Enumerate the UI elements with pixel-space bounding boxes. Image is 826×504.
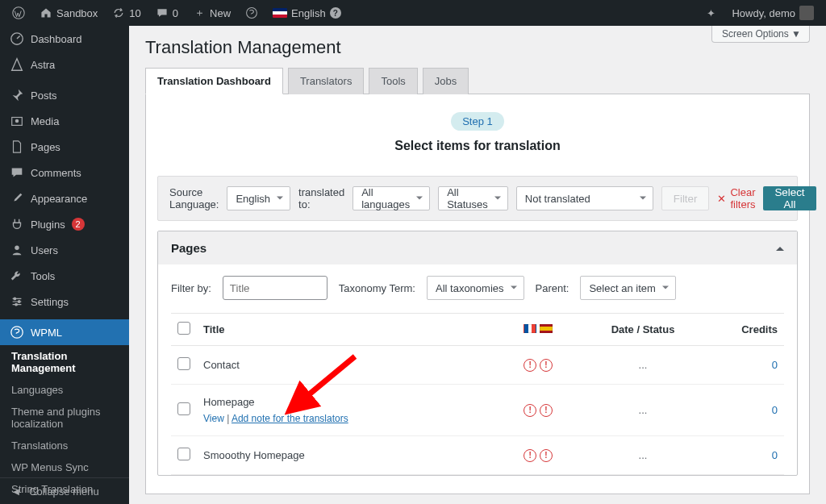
- new-content[interactable]: ＋New: [187, 0, 236, 26]
- sidebar-item-wpml[interactable]: WPML: [0, 319, 129, 345]
- select-all-checkbox[interactable]: [177, 322, 190, 335]
- dashboard-icon: [10, 31, 24, 46]
- parent-label: Parent:: [536, 282, 569, 294]
- source-lang-label: Source Language:: [169, 186, 219, 210]
- sidebar-item-pages[interactable]: Pages: [0, 134, 129, 160]
- sidebar-sub-wp-menus-sync[interactable]: WP Menus Sync: [0, 456, 129, 478]
- flag-uk-icon: [273, 8, 287, 18]
- plus-icon: ＋: [193, 6, 206, 19]
- sidebar-item-posts[interactable]: Posts: [0, 82, 129, 108]
- pages-section: Pages Filter by: Taxonomy Term: All taxo…: [157, 231, 798, 476]
- svg-point-0: [13, 7, 24, 19]
- title-filter-input[interactable]: [223, 276, 327, 300]
- svg-point-9: [11, 327, 23, 338]
- credits-link[interactable]: 0: [772, 359, 778, 371]
- update-badge: 2: [72, 218, 85, 231]
- x-icon: ✕: [717, 193, 726, 205]
- chevron-up-icon[interactable]: [776, 241, 784, 255]
- col-title[interactable]: Title: [197, 314, 502, 346]
- row-checkbox[interactable]: [177, 357, 190, 370]
- comments-count[interactable]: 0: [150, 0, 184, 26]
- comment-icon: [10, 165, 24, 180]
- step-badge: Step 1: [451, 112, 504, 131]
- section-title: Pages: [171, 241, 206, 255]
- filter-button[interactable]: Filter: [661, 186, 710, 210]
- translated-filter-select[interactable]: Not translated: [516, 186, 653, 210]
- page-icon: [10, 140, 24, 154]
- needs-update-icon[interactable]: !: [524, 449, 536, 462]
- content-area: Screen Options ▼ Translation Management …: [129, 26, 826, 504]
- flag-es-icon: [540, 324, 553, 333]
- view-link[interactable]: View: [203, 413, 224, 424]
- language-switcher[interactable]: English?: [267, 0, 347, 26]
- global-filter-bar: Source Language: English translated to: …: [157, 176, 798, 221]
- translated-to-label: translated to:: [298, 186, 344, 210]
- translated-to-select[interactable]: All languages: [353, 186, 430, 210]
- sidebar-item-dashboard[interactable]: Dashboard: [0, 26, 129, 52]
- table-row: Contact! !...0: [171, 346, 784, 385]
- site-name: Sandbox: [56, 7, 98, 19]
- taxonomy-select[interactable]: All taxonomies: [427, 276, 524, 300]
- tab-jobs[interactable]: Jobs: [423, 68, 469, 94]
- clear-filters[interactable]: ✕Clear filters: [717, 186, 755, 210]
- sidebar-item-comments[interactable]: Comments: [0, 160, 129, 185]
- col-date: Date / Status: [574, 314, 711, 346]
- wp-logo[interactable]: [6, 0, 31, 26]
- screen-options-toggle[interactable]: Screen Options ▼: [711, 26, 810, 43]
- col-languages: [502, 314, 574, 346]
- admin-sidebar: DashboardAstraPostsMediaPagesCommentsApp…: [0, 26, 129, 504]
- collapse-icon: ◄: [10, 485, 23, 498]
- wordpress-icon: [12, 6, 25, 19]
- row-checkbox[interactable]: [177, 402, 190, 415]
- needs-update-icon[interactable]: !: [540, 404, 553, 417]
- tab-tools[interactable]: Tools: [369, 68, 417, 94]
- sidebar-sub-theme-and-plugins-localization[interactable]: Theme and plugins localization: [0, 401, 129, 435]
- credits-link[interactable]: 0: [772, 449, 778, 461]
- site-link[interactable]: Sandbox: [34, 0, 103, 26]
- source-lang-select[interactable]: English: [227, 186, 290, 210]
- sidebar-item-astra[interactable]: Astra: [0, 52, 129, 77]
- pages-table: Title Date / Status Credits Contact! !..…: [171, 313, 784, 475]
- wpml-adminbar[interactable]: [240, 0, 264, 26]
- sidebar-item-plugins[interactable]: Plugins2: [0, 211, 129, 237]
- svg-point-8: [15, 303, 18, 306]
- needs-update-icon[interactable]: !: [540, 359, 553, 372]
- sidebar-item-tools[interactable]: Tools: [0, 263, 129, 289]
- select-all-button[interactable]: Select All: [763, 186, 816, 210]
- help-icon: ?: [330, 7, 341, 19]
- updates[interactable]: 10: [106, 0, 146, 26]
- account[interactable]: Howdy, demo: [726, 0, 820, 26]
- credits-link[interactable]: 0: [772, 404, 778, 416]
- needs-update-icon[interactable]: !: [524, 404, 536, 417]
- collapse-menu[interactable]: ◄ Collapse menu: [0, 477, 129, 504]
- parent-select[interactable]: Select an item: [580, 276, 675, 300]
- dashboard-panel: Step 1 Select items for translation Sour…: [145, 94, 810, 494]
- brush-icon: [10, 191, 24, 206]
- sidebar-sub-translation-management[interactable]: Translation Management: [0, 345, 129, 379]
- status-select[interactable]: All Statuses: [438, 186, 508, 210]
- tools-icon: [10, 269, 24, 283]
- ai-assist[interactable]: ✦: [699, 0, 723, 26]
- col-credits: Credits: [711, 314, 784, 346]
- avatar-icon: [799, 6, 814, 20]
- row-checkbox[interactable]: [177, 448, 190, 460]
- sidebar-sub-translations[interactable]: Translations: [0, 435, 129, 456]
- tm-tabs: Translation DashboardTranslatorsToolsJob…: [145, 68, 810, 94]
- add-note-link[interactable]: Add note for the translators: [232, 413, 348, 424]
- media-icon: [10, 114, 24, 128]
- sidebar-item-settings[interactable]: Settings: [0, 289, 129, 314]
- flag-fr-icon: [524, 324, 536, 333]
- svg-point-6: [14, 298, 16, 300]
- table-row: Smooothy Homepage! !...0: [171, 436, 784, 475]
- sidebar-item-media[interactable]: Media: [0, 108, 129, 134]
- tab-translation-dashboard[interactable]: Translation Dashboard: [145, 68, 283, 94]
- sidebar-item-users[interactable]: Users: [0, 237, 129, 263]
- sparkle-icon: ✦: [704, 6, 717, 19]
- tab-translators[interactable]: Translators: [288, 68, 365, 94]
- wpml-icon: [245, 6, 258, 19]
- sidebar-sub-languages[interactable]: Languages: [0, 379, 129, 401]
- page-title: Translation Management: [145, 26, 810, 68]
- needs-update-icon[interactable]: !: [540, 449, 553, 462]
- needs-update-icon[interactable]: !: [524, 359, 536, 372]
- sidebar-item-appearance[interactable]: Appearance: [0, 185, 129, 211]
